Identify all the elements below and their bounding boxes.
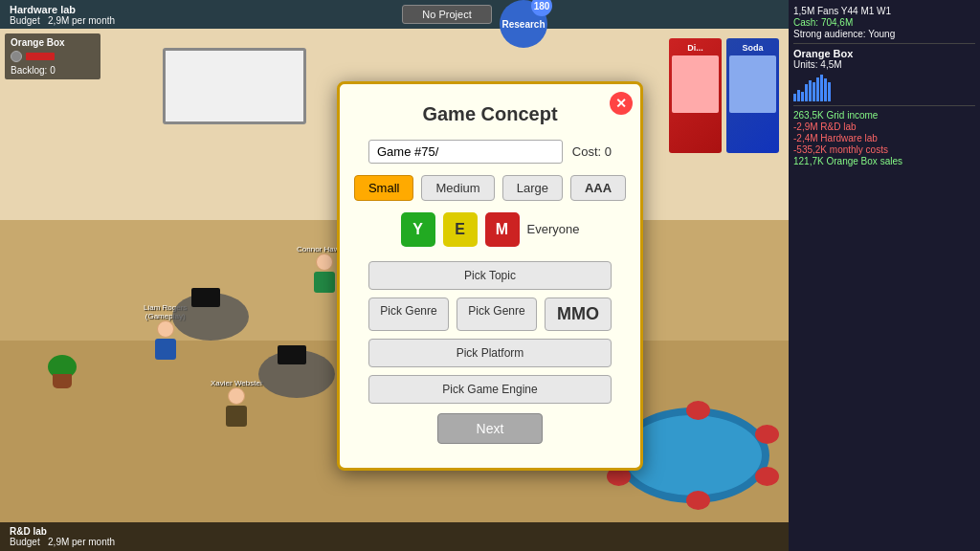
rating-audience-label: Everyone bbox=[527, 222, 580, 236]
pick-genre-row: Pick Genre Pick Genre MMO bbox=[368, 298, 612, 331]
rating-row: Y E M Everyone bbox=[368, 212, 612, 247]
game-concept-modal: ✕ Game Concept Cost: 0 Small Medium Larg… bbox=[337, 81, 643, 471]
rating-y-badge[interactable]: Y bbox=[401, 212, 435, 247]
name-cost-row: Cost: 0 bbox=[368, 140, 612, 164]
pick-topic-button[interactable]: Pick Topic bbox=[368, 261, 612, 290]
modal-close-button[interactable]: ✕ bbox=[610, 92, 633, 115]
size-medium-button[interactable]: Medium bbox=[421, 175, 494, 201]
game-name-input[interactable] bbox=[368, 140, 563, 164]
size-row: Small Medium Large AAA bbox=[368, 175, 612, 201]
pick-game-engine-button[interactable]: Pick Game Engine bbox=[368, 375, 612, 404]
pick-platform-button[interactable]: Pick Platform bbox=[368, 339, 612, 367]
size-aaa-button[interactable]: AAA bbox=[570, 175, 626, 201]
cost-label: Cost: 0 bbox=[572, 144, 612, 159]
pick-genre-2-button[interactable]: Pick Genre bbox=[457, 298, 537, 331]
pick-genre-1-button[interactable]: Pick Genre bbox=[368, 298, 449, 331]
modal-title: Game Concept bbox=[368, 103, 612, 125]
next-button[interactable]: Next bbox=[437, 413, 544, 444]
rating-e-badge[interactable]: E bbox=[443, 212, 478, 247]
rating-m-badge[interactable]: M bbox=[485, 212, 520, 247]
size-small-button[interactable]: Small bbox=[354, 175, 414, 201]
size-large-button[interactable]: Large bbox=[502, 175, 563, 201]
mmo-badge: MMO bbox=[545, 298, 612, 331]
modal-overlay: ✕ Game Concept Cost: 0 Small Medium Larg… bbox=[0, 0, 980, 551]
